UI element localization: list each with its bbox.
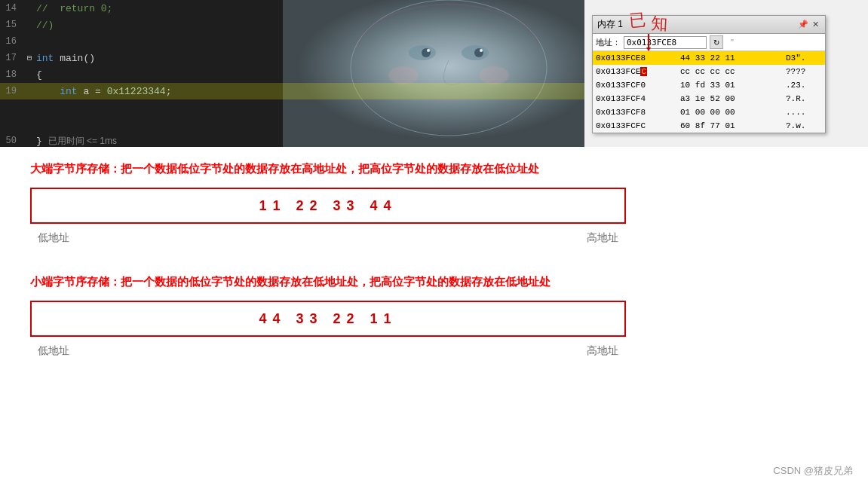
address-label: 地址： — [596, 37, 621, 48]
small-endian-bar-container: 44 33 22 11 — [30, 301, 838, 337]
code-line-19: 19 int a = 0x11223344; — [0, 83, 584, 99]
mem-addr-5: 0x0133FCFC — [593, 119, 677, 133]
mem-addr-2: 0x0133FCF0 — [593, 78, 677, 92]
mem-chars-3: ?.R. — [783, 92, 825, 105]
big-endian-bar: 11 22 33 44 — [30, 188, 626, 224]
code-content: 14 // return 0; 15 //) 16 17 ⊟ int main(… — [0, 0, 584, 147]
small-endian-high-addr: 高地址 — [587, 344, 618, 358]
memory-row-1: 0x0133FCEC cc cc cc cc ???? — [593, 65, 825, 78]
memory-row-4: 0x0133FCF8 01 00 00 00 .... — [593, 105, 825, 119]
mem-bytes-0: 44 33 22 11 — [677, 51, 783, 65]
small-endian-bar: 44 33 22 11 — [30, 301, 626, 337]
big-endian-section: 大端字节序存储：把一个数据低位字节处的数据存放在高地址处，把高位字节处的数据存放… — [30, 162, 838, 245]
mem-chars-2: .23. — [783, 78, 825, 92]
memory-row-0: 0x0133FCE8 44 33 22 11 D3". — [593, 51, 825, 65]
mem-chars-1: ???? — [783, 65, 825, 78]
right-panel: 已 知 内存 1 📌 ✕ 地址： ↻ " — [584, 0, 868, 147]
big-endian-title: 大端字节序存储：把一个数据低位字节处的数据存放在高地址处，把高位字节处的数据存放… — [30, 162, 838, 176]
big-endian-address-labels: 低地址 高地址 — [30, 231, 626, 245]
small-endian-low-addr: 低地址 — [38, 344, 69, 358]
big-endian-bar-container: 11 22 33 44 — [30, 188, 838, 224]
code-line-16: 16 — [0, 33, 584, 50]
address-input[interactable] — [624, 36, 707, 49]
mem-bytes-2: 10 fd 33 01 — [677, 78, 783, 92]
small-endian-title: 小端字节序存储：把一个数据的低位字节处的数据存放在低地址处，把高位字节处的数据存… — [30, 275, 838, 289]
memory-close-button[interactable]: ✕ — [810, 20, 820, 30]
big-endian-low-addr: 低地址 — [38, 231, 69, 245]
memory-row-2: 0x0133FCF0 10 fd 33 01 .23. — [593, 78, 825, 92]
code-line-17: 17 ⊟ int main() — [0, 50, 584, 66]
main-content: 大端字节序存储：把一个数据低位字节处的数据存放在高地址处，把高位字节处的数据存放… — [0, 147, 868, 489]
mem-chars-5: ?.w. — [783, 119, 825, 133]
mem-bytes-5: 60 8f 77 01 — [677, 119, 783, 133]
code-editor: 14 // return 0; 15 //) 16 17 ⊟ int main(… — [0, 0, 584, 147]
refresh-button[interactable]: ↻ — [710, 35, 723, 49]
mem-chars-0: D3". — [783, 51, 825, 65]
mem-addr-3: 0x0133FCF4 — [593, 92, 677, 105]
memory-pin-button[interactable]: 📌 — [798, 20, 808, 30]
watermark-text: CSDN @猪皮兄弟 — [773, 465, 853, 476]
csdn-watermark: CSDN @猪皮兄弟 — [773, 464, 853, 478]
mem-addr-4: 0x0133FCF8 — [593, 105, 677, 119]
small-endian-bar-text: 44 33 22 11 — [259, 311, 397, 327]
mem-bytes-4: 01 00 00 00 — [677, 105, 783, 119]
code-line-15: 15 //) — [0, 17, 584, 33]
mem-addr-1: 0x0133FCEC — [593, 65, 677, 78]
memory-title-left: 内存 1 — [597, 18, 623, 31]
memory-title-text: 内存 1 — [597, 18, 623, 31]
mem-bytes-1: cc cc cc cc — [677, 65, 783, 78]
code-line-50: 50 } 已用时间 <= 1ms — [0, 133, 584, 147]
memory-address-bar: 地址： ↻ " — [593, 34, 825, 51]
memory-window: 内存 1 📌 ✕ 地址： ↻ " 0x0133FCE8 44 33 22 11 … — [592, 15, 826, 133]
big-endian-high-addr: 高地址 — [587, 231, 618, 245]
top-section: 14 // return 0; 15 //) 16 17 ⊟ int main(… — [0, 0, 868, 147]
small-endian-address-labels: 低地址 高地址 — [30, 344, 626, 358]
memory-titlebar: 内存 1 📌 ✕ — [593, 16, 825, 34]
code-line-18: 18 { — [0, 66, 584, 83]
memory-row-5: 0x0133FCFC 60 8f 77 01 ?.w. — [593, 119, 825, 133]
small-endian-section: 小端字节序存储：把一个数据的低位字节处的数据存放在低地址处，把高位字节处的数据存… — [30, 275, 838, 358]
extra-buttons: " — [726, 38, 734, 47]
memory-row-3: 0x0133FCF4 a3 1e 52 00 ?.R. — [593, 92, 825, 105]
big-endian-bar-text: 11 22 33 44 — [259, 198, 397, 214]
memory-title-buttons[interactable]: 📌 ✕ — [798, 20, 820, 30]
code-line-14: 14 // return 0; — [0, 0, 584, 17]
mem-bytes-3: a3 1e 52 00 — [677, 92, 783, 105]
mem-addr-0: 0x0133FCE8 — [593, 51, 677, 65]
mem-chars-4: .... — [783, 105, 825, 119]
memory-table: 0x0133FCE8 44 33 22 11 D3". 0x0133FCEC c… — [593, 51, 825, 133]
